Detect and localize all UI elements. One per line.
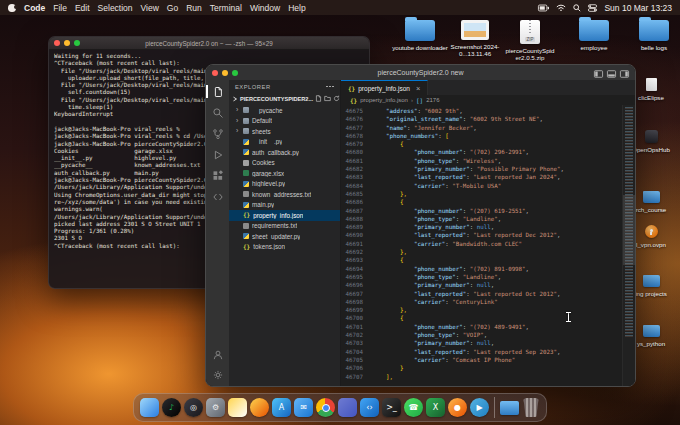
tab-close-icon[interactable]: × [416,84,420,93]
battery-icon[interactable] [538,4,549,12]
tab-bar: {} property_info.json × [341,80,635,95]
vscode-window[interactable]: pierceCountySpider2.0 new [205,64,636,387]
menu-go[interactable]: Go [167,3,178,13]
desktop-icon-piercecountyspid-er2-0-5-zip[interactable]: ZIPpierceCountySpid er2.0.5.zip [502,20,558,61]
activity-source-control[interactable] [211,127,224,140]
menu-selection[interactable]: Selection [98,3,133,13]
explorer-file-property_info.json[interactable]: {}property_info.json [229,210,340,221]
close-button[interactable] [54,40,60,46]
explorer-file-Cookies[interactable]: Cookies [229,158,340,169]
explorer-file-__init__.py[interactable]: __init__.py [229,137,340,148]
vscode-titlebar[interactable]: pierceCountySpider2.0 new [206,65,635,80]
code-content[interactable]: "address": "6002 9th", "original_street_… [368,105,622,386]
control-center-icon[interactable] [588,4,597,12]
minimap[interactable] [622,105,635,386]
explorer-file-auth_callback.py[interactable]: auth_callback.py [229,147,340,158]
explorer-file-sheets[interactable]: ›sheets [229,126,340,137]
terminal-glyph: >_ [386,403,397,412]
dock-icon-trash[interactable] [522,398,540,417]
menu-help[interactable]: Help [288,3,305,13]
explorer-file-garage.xlsx[interactable]: garage.xlsx [229,168,340,179]
zoom-button[interactable] [232,70,238,76]
desktop-icon-employee[interactable]: employee [566,20,622,51]
minimap-slider[interactable] [623,195,635,265]
toggle-secondary-sidebar-icon[interactable] [620,64,629,82]
close-button[interactable] [212,70,218,76]
activity-search[interactable] [211,106,224,119]
breadcrumb[interactable]: {} property_info.json › [] 2176 [341,95,635,105]
desktop-icon-label: belle logs [641,44,667,51]
menu-file[interactable]: File [53,3,67,13]
settings-gear-icon[interactable] [211,368,224,381]
toggle-panel-icon[interactable] [607,64,616,82]
toggle-sidebar-icon[interactable] [594,64,603,82]
app-icon [645,130,658,143]
code-line: "address": "6002 9th", [372,107,622,115]
explorer-file-Default[interactable]: ›Default [229,116,340,127]
desktop-icon-screenshot-2024-0-13-11-46[interactable]: Screenshot 2024-0...13.11.46 [447,20,503,57]
account-icon[interactable] [211,348,224,361]
dock-icon-notes[interactable] [228,398,247,417]
menu-edit[interactable]: Edit [75,3,90,13]
minimize-button[interactable] [222,70,228,76]
dock-icon-system-settings[interactable]: ⚙ [206,398,225,417]
dock-icon-whatsapp[interactable]: ☎ [404,398,423,417]
activity-remote[interactable] [211,190,224,203]
code-editor[interactable]: 4667546676466774667846679466804668146682… [341,105,635,386]
explorer-file-requirements.txt[interactable]: requirements.txt [229,221,340,232]
apple-menu-icon[interactable] [8,3,16,12]
menu-app-name[interactable]: Code [24,3,45,13]
array-node-icon: [] [416,97,423,104]
search-icon[interactable] [573,4,581,12]
minimize-button[interactable] [64,40,70,46]
menu-view[interactable]: View [141,3,159,13]
menu-run[interactable]: Run [186,3,202,13]
dock-icon-vscode[interactable]: ‹› [360,398,379,417]
dock-icon-telegram[interactable]: ▶ [470,398,489,417]
dock-icon-finder[interactable] [140,398,159,417]
activity-run-debug[interactable] [211,148,224,161]
code-line: "phone_number": "(702) 891-0998", [372,265,622,273]
dock-icon-firefox[interactable] [250,398,269,417]
file-name: known_addresses.txt [252,191,311,198]
activity-extensions[interactable] [211,169,224,182]
explorer-file-known_addresses.txt[interactable]: known_addresses.txt [229,189,340,200]
dock-icon-terminal[interactable]: >_ [382,398,401,417]
menu-window[interactable]: Window [250,3,280,13]
dock-divider [494,397,495,418]
dock-icon-obs[interactable]: ◎ [184,398,203,417]
more-actions-icon[interactable] [326,86,334,88]
terminal-titlebar[interactable]: pierceCountySpider2.0 on ~ — -zsh — 95×2… [49,37,369,50]
breadcrumb-file[interactable]: property_info.json [360,97,408,103]
explorer-section-header[interactable]: PIERCECOUNTYSPIDER2... [229,93,340,105]
dock-icon-mail[interactable]: ✉ [294,398,313,417]
dock-icon-downloads-folder[interactable] [500,401,519,415]
desktop-icon-youtube-downloader[interactable]: youtube downloader [392,20,448,51]
dock-icon-chrome[interactable] [316,398,335,417]
explorer-file-highlevel.py[interactable]: highlevel.py [229,179,340,190]
line-number: 46702 [341,331,363,339]
explorer-file-main.py[interactable]: main.py [229,200,340,211]
breadcrumb-node[interactable]: 2176 [426,97,439,103]
explorer-file-sheet_updater.py[interactable]: sheet_updater.py [229,231,340,242]
mouse-cursor-ibeam [565,312,572,323]
dock-icon-excel[interactable]: X [426,398,445,417]
zoom-button[interactable] [74,40,80,46]
activity-explorer[interactable] [211,85,224,98]
refresh-icon[interactable] [333,95,340,103]
dock-icon-discord[interactable] [338,398,357,417]
explorer-file-__pycache__[interactable]: ›__pycache__ [229,105,340,116]
vpn-lock-glyph: ● [454,403,461,412]
wifi-icon[interactable] [556,4,566,12]
desktop-icon-belle-logs[interactable]: belle logs [626,20,680,51]
new-file-icon[interactable] [315,95,322,103]
tab-property-info-json[interactable]: {} property_info.json × [341,80,428,95]
menu-terminal[interactable]: Terminal [210,3,242,13]
new-folder-icon[interactable] [324,95,331,103]
dock-icon-vpn-lock[interactable]: ● [448,398,467,417]
explorer-file-tokens.json[interactable]: {}tokens.json [229,242,340,253]
code-line: "last_reported": "Last reported Jan 2024… [372,173,622,181]
menu-clock[interactable]: Sun 10 Mar 13:23 [604,3,672,13]
dock-icon-spotify[interactable]: ♪ [162,398,181,417]
dock-icon-app-store[interactable]: A [272,398,291,417]
